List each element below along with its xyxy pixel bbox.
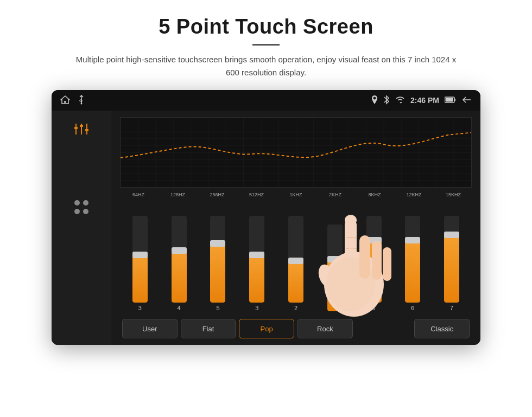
page-title: 5 Point Touch Screen <box>159 15 373 39</box>
eq-handle-12khz[interactable] <box>405 237 420 243</box>
preset-buttons: User Flat Pop Rock Classic <box>120 319 472 338</box>
sidebar-dot-4 <box>83 209 88 214</box>
eq-value-1khz: 2 <box>294 305 297 311</box>
home-icon <box>60 95 70 106</box>
eq-label-15khz: 15KHZ <box>437 192 470 197</box>
status-left <box>60 95 85 106</box>
eq-track-12khz <box>405 216 420 303</box>
usb-icon <box>78 95 85 106</box>
eq-label-64hz: 64HZ <box>122 192 155 197</box>
eq-value-12khz: 6 <box>411 305 414 311</box>
preset-flat-button[interactable]: Flat <box>181 319 236 338</box>
eq-fill-8khz <box>366 240 382 303</box>
sidebar-dot-3 <box>74 209 80 214</box>
eq-track-256hz <box>210 216 225 303</box>
page-subtitle: Multiple point high-sensitive touchscree… <box>71 53 461 79</box>
eq-slider-1khz[interactable]: 2 <box>278 216 314 311</box>
eq-slider-15khz[interactable]: 7 <box>434 216 470 311</box>
eq-handle-8khz[interactable] <box>366 237 382 243</box>
status-time: 2:46 PM <box>410 96 439 105</box>
sidebar-dots[interactable] <box>74 200 88 214</box>
eq-label-8khz: 8KHZ <box>358 192 391 197</box>
eq-slider-8khz[interactable]: 6 <box>356 216 392 311</box>
eq-value-256hz: 5 <box>216 305 219 311</box>
eq-track-15khz <box>444 216 459 303</box>
eq-track-2khz <box>327 224 343 311</box>
eq-fill-512hz <box>249 255 264 303</box>
eq-track-1khz <box>288 216 303 303</box>
eq-fill-256hz <box>210 243 225 303</box>
sidebar <box>52 111 111 345</box>
svg-rect-9 <box>74 127 78 129</box>
bluetooth-icon <box>383 95 390 106</box>
eq-value-15khz: 7 <box>450 305 453 311</box>
eq-value-128hz: 4 <box>178 305 181 311</box>
eq-handle-512hz[interactable] <box>249 252 264 258</box>
eq-value-64hz: 3 <box>138 305 142 311</box>
eq-fill-2khz <box>327 259 343 311</box>
eq-label-256hz: 256HZ <box>201 192 233 197</box>
eq-slider-512hz[interactable]: 3 <box>239 216 275 311</box>
preset-user-button[interactable]: User <box>122 319 178 338</box>
eq-fill-1khz <box>288 261 303 303</box>
eq-track-64hz <box>132 216 148 303</box>
eq-graph <box>120 117 472 188</box>
eq-curve-svg <box>121 118 471 187</box>
eq-handle-2khz[interactable] <box>327 256 343 262</box>
eq-value-8khz: 6 <box>372 305 376 311</box>
eq-value-512hz: 3 <box>255 305 258 311</box>
eq-track-512hz <box>249 216 264 303</box>
eq-fill-128hz <box>172 251 187 303</box>
eq-sliders-row: 3 4 <box>120 201 472 311</box>
sidebar-dot-1 <box>74 200 80 206</box>
eq-handle-15khz[interactable] <box>444 232 459 238</box>
eq-slider-12khz[interactable]: 6 <box>395 216 430 311</box>
main-area: 64HZ 128HZ 256HZ 512HZ 1KHZ 2KHZ 8KHZ 12… <box>52 111 480 345</box>
eq-handle-1khz[interactable] <box>288 258 303 264</box>
status-bar: 2:46 PM <box>52 90 480 111</box>
eq-track-128hz <box>172 216 187 303</box>
svg-rect-11 <box>80 125 83 127</box>
svg-point-3 <box>81 102 83 104</box>
location-icon <box>371 95 378 106</box>
svg-rect-13 <box>85 129 88 131</box>
eq-fill-12khz <box>405 240 420 303</box>
preset-classic-button[interactable]: Classic <box>414 319 470 338</box>
eq-handle-64hz[interactable] <box>132 252 148 258</box>
svg-rect-5 <box>446 98 453 101</box>
eq-slider-64hz[interactable]: 3 <box>122 216 158 311</box>
preset-pop-button[interactable]: Pop <box>239 319 294 338</box>
eq-label-2khz: 2KHZ <box>319 192 352 197</box>
back-icon <box>462 96 472 105</box>
wifi-icon <box>395 96 405 105</box>
sidebar-dot-2 <box>83 200 88 206</box>
eq-slider-128hz[interactable]: 4 <box>161 216 197 311</box>
eq-sliders-section: 64HZ 128HZ 256HZ 512HZ 1KHZ 2KHZ 8KHZ 12… <box>120 192 472 311</box>
device-frame: 2:46 PM <box>52 90 480 345</box>
eq-label-1khz: 1KHZ <box>280 192 312 197</box>
eq-label-512hz: 512HZ <box>240 192 273 197</box>
eq-track-8khz <box>366 216 382 303</box>
eq-fill-15khz <box>444 235 459 303</box>
eq-slider-256hz[interactable]: 5 <box>200 216 236 311</box>
svg-rect-14 <box>121 118 471 187</box>
eq-label-12khz: 12KHZ <box>398 192 430 197</box>
eq-label-128hz: 128HZ <box>162 192 194 197</box>
preset-rock-button[interactable]: Rock <box>297 319 353 338</box>
eq-fill-64hz <box>132 255 148 303</box>
battery-icon <box>445 96 457 105</box>
title-divider <box>252 44 280 46</box>
eq-labels-row: 64HZ 128HZ 256HZ 512HZ 1KHZ 2KHZ 8KHZ 12… <box>120 192 472 197</box>
eq-slider-2khz[interactable] <box>317 224 353 311</box>
status-right: 2:46 PM <box>371 95 472 106</box>
eq-handle-256hz[interactable] <box>210 240 225 247</box>
eq-handle-128hz[interactable] <box>172 247 187 254</box>
eq-icon[interactable] <box>73 121 90 140</box>
eq-area: 64HZ 128HZ 256HZ 512HZ 1KHZ 2KHZ 8KHZ 12… <box>111 111 480 345</box>
